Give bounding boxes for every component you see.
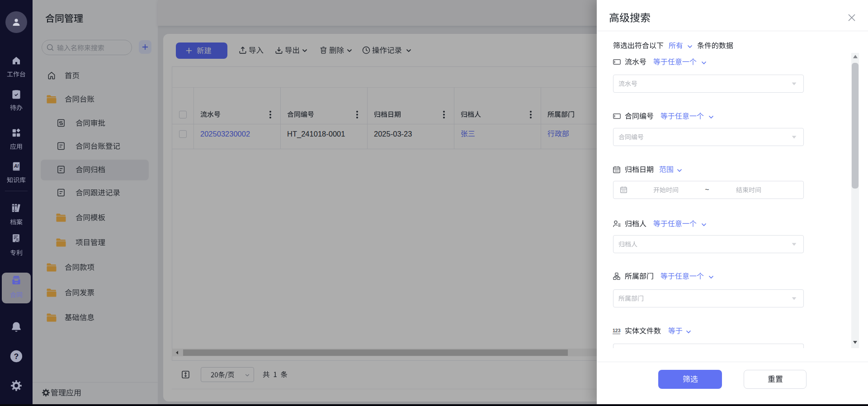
svg-text:AI: AI: [14, 164, 19, 168]
svg-text:?: ?: [14, 352, 19, 361]
